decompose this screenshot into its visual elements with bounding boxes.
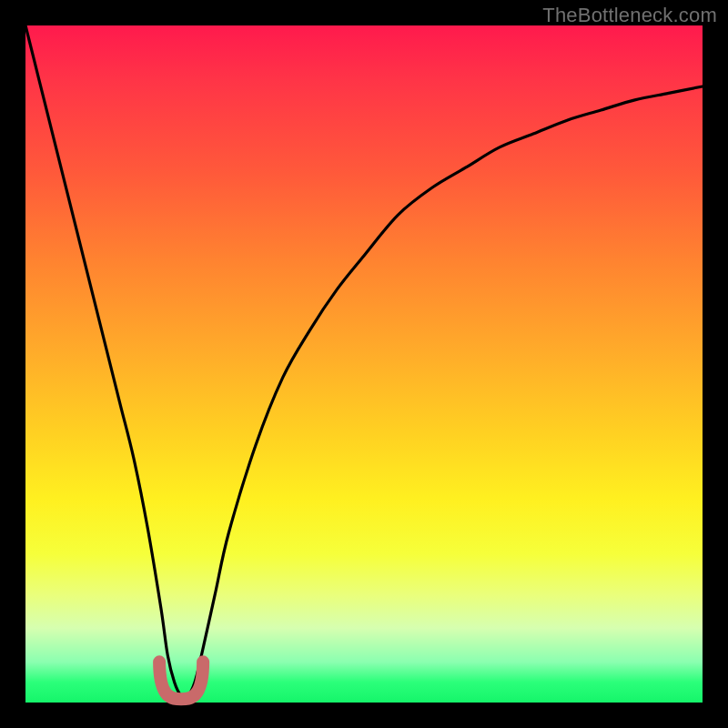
bottleneck-curve (25, 25, 703, 697)
curve-svg (25, 25, 703, 703)
chart-frame: TheBottleneck.com (0, 0, 728, 728)
minimum-nub (159, 662, 203, 699)
watermark-text: TheBottleneck.com (542, 4, 717, 27)
plot-area (25, 25, 703, 703)
